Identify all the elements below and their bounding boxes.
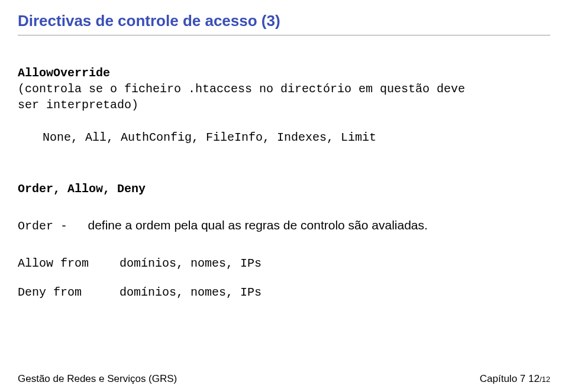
page-title: Directivas de controle de acesso (3) — [18, 12, 550, 30]
allow-from-left: Allow from — [18, 255, 112, 271]
order-definition-row: Order - define a ordem pela qual as regr… — [18, 218, 550, 234]
allowoverride-label: AllowOverride — [18, 65, 550, 81]
allowoverride-block: AllowOverride (controla se o ficheiro .h… — [18, 65, 550, 113]
deny-from-right: domínios, nomes, IPs — [120, 284, 262, 300]
title-underline — [18, 35, 550, 35]
footer-right-prefix: Capítulo 7 12 — [480, 373, 540, 384]
deny-from-left: Deny from — [18, 284, 112, 300]
order-heading: Order, Allow, Deny — [18, 181, 550, 197]
order-right: define a ordem pela qual as regras de co… — [88, 218, 427, 232]
deny-from-row: Deny from domínios, nomes, IPs — [18, 284, 550, 300]
footer-left: Gestão de Redes e Serviços (GRS) — [18, 373, 177, 385]
footer-right-total: /12 — [540, 375, 550, 384]
allow-from-right: domínios, nomes, IPs — [120, 255, 262, 271]
allow-from-row: Allow from domínios, nomes, IPs — [18, 255, 550, 271]
order-left: Order - — [18, 218, 67, 234]
allowoverride-desc-1: (controla se o ficheiro .htaccess no dir… — [18, 81, 550, 97]
footer-right: Capítulo 7 12/12 — [480, 373, 550, 385]
none-line: None, All, AuthConfig, FileInfo, Indexes… — [43, 129, 550, 145]
allowoverride-desc-2: ser interpretado) — [18, 97, 550, 113]
order-heading-block: Order, Allow, Deny — [18, 181, 550, 197]
footer: Gestão de Redes e Serviços (GRS) Capítul… — [18, 373, 550, 385]
